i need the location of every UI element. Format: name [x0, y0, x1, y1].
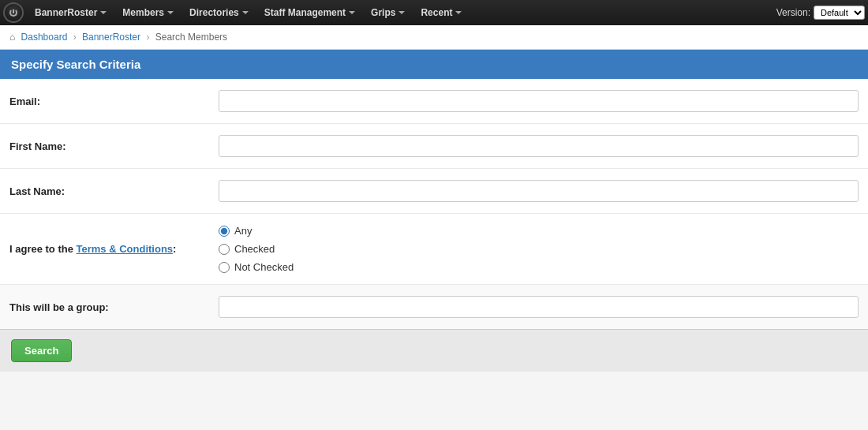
chevron-down-icon: [100, 11, 107, 14]
lastname-row: Last Name:: [0, 169, 868, 214]
firstname-input[interactable]: [219, 135, 859, 157]
email-label: Email:: [9, 95, 219, 107]
nav-item-staff-management[interactable]: Staff Management: [256, 0, 363, 25]
power-button[interactable]: [3, 2, 24, 23]
terms-link[interactable]: Terms & Conditions: [77, 243, 174, 255]
nav-item-members[interactable]: Members: [114, 0, 181, 25]
nav-item-bannerroster[interactable]: BannerRoster: [27, 0, 114, 25]
terms-not-checked-radio[interactable]: [219, 262, 230, 273]
group-label: This will be a group:: [9, 301, 219, 313]
nav-item-grips[interactable]: Grips: [363, 0, 413, 25]
terms-any-radio[interactable]: [219, 226, 230, 237]
breadcrumb-dashboard[interactable]: Dashboard: [21, 32, 68, 43]
section-header: Specify Search Criteria: [0, 50, 868, 79]
navigation-bar: BannerRoster Members Directories Staff M…: [0, 0, 868, 25]
terms-checked-option[interactable]: Checked: [219, 243, 294, 255]
nav-item-directories[interactable]: Directories: [181, 0, 256, 25]
version-dropdown[interactable]: Default: [814, 6, 865, 20]
terms-radio-group: Any Checked Not Checked: [219, 225, 294, 273]
group-row: This will be a group:: [0, 285, 868, 329]
firstname-label: First Name:: [9, 140, 219, 152]
terms-checked-radio[interactable]: [219, 244, 230, 255]
terms-row: I agree to the Terms & Conditions: Any C…: [0, 214, 868, 285]
email-row: Email:: [0, 79, 868, 124]
form-footer: Search: [0, 329, 868, 372]
nav-item-recent[interactable]: Recent: [413, 0, 470, 25]
chevron-down-icon: [398, 11, 405, 14]
terms-label: I agree to the Terms & Conditions:: [9, 243, 219, 255]
chevron-down-icon: [455, 11, 462, 14]
version-selector: Version: Default: [776, 6, 865, 20]
search-form: Email: First Name: Last Name: I agree to…: [0, 79, 868, 329]
lastname-input[interactable]: [219, 180, 859, 202]
email-input[interactable]: [219, 90, 859, 112]
breadcrumb-sep-1: ›: [73, 32, 77, 43]
breadcrumb-bannerroster[interactable]: BannerRoster: [82, 32, 140, 43]
chevron-down-icon: [242, 11, 249, 14]
search-button[interactable]: Search: [11, 339, 72, 362]
power-icon: [9, 9, 17, 17]
chevron-down-icon: [349, 11, 355, 14]
breadcrumb-sep-2: ›: [146, 32, 149, 43]
chevron-down-icon: [167, 11, 174, 14]
breadcrumb-current: Search Members: [155, 32, 227, 43]
lastname-label: Last Name:: [9, 185, 219, 197]
terms-not-checked-option[interactable]: Not Checked: [219, 261, 294, 273]
home-icon: ⌂: [9, 32, 15, 43]
group-input[interactable]: [219, 296, 859, 318]
terms-any-option[interactable]: Any: [219, 225, 294, 237]
breadcrumb: ⌂ Dashboard › BannerRoster › Search Memb…: [0, 25, 868, 50]
firstname-row: First Name:: [0, 124, 868, 169]
